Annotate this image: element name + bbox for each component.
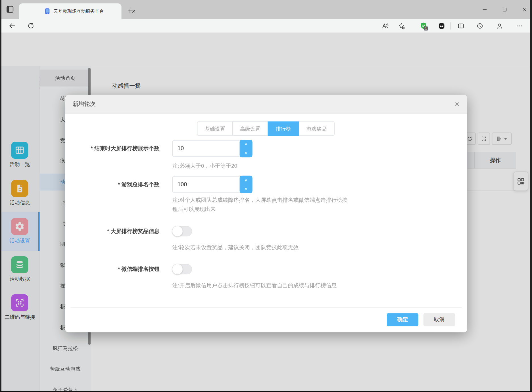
extension-icon[interactable] xyxy=(438,22,445,30)
toggle-knob xyxy=(172,264,183,274)
tab-workspaces-icon[interactable] xyxy=(5,5,14,14)
window-maximize-button[interactable] xyxy=(499,5,510,15)
number-spinner: ∧ ∨ xyxy=(239,140,252,157)
toolbar-divider xyxy=(450,22,450,30)
window-frame-bottom xyxy=(0,391,532,392)
dialog-header: 新增轮次 × xyxy=(65,95,467,114)
number-input-wrap: ∧ ∨ xyxy=(172,141,252,157)
browser-tab[interactable]: 云互动现场互动服务平台 xyxy=(19,3,122,19)
split-screen-icon[interactable] xyxy=(457,22,464,30)
browser-window: 云互动现场互动服务平台 https://hd. xyxy=(0,0,532,392)
window-close-button[interactable] xyxy=(520,5,530,15)
spinner-up-icon[interactable]: ∧ xyxy=(239,140,252,148)
dialog-tab[interactable]: 游戏奖品 xyxy=(299,121,335,136)
browser-toolbar: https://hd.yunhudong.cn/hdmanage/configd… xyxy=(0,19,532,33)
back-icon[interactable] xyxy=(9,22,16,30)
spinner-down-icon[interactable]: ∨ xyxy=(239,148,252,157)
field-note: 注:对个人或团队总成绩降序排名，大屏幕点击排名或微信端点击排行榜按钮后可以展现出… xyxy=(172,195,349,214)
cancel-button[interactable]: 取消 xyxy=(423,313,455,326)
spinner-down-icon[interactable]: ∨ xyxy=(239,185,252,193)
field-label: * 大屏排行榜奖品信息 xyxy=(72,226,159,236)
more-menu-icon[interactable] xyxy=(516,22,523,30)
dialog-tabs: 基础设置高级设置排行榜游戏奖品 xyxy=(197,121,335,136)
favorites-star-icon[interactable] xyxy=(398,22,405,30)
number-spinner: ∧ ∨ xyxy=(239,176,252,193)
new-tab-icon[interactable] xyxy=(127,8,133,14)
field-note: 注:必须大于0，小于等于20 xyxy=(172,162,237,171)
number-input-wrap: ∧ ∨ xyxy=(172,176,252,192)
dialog-close-icon[interactable]: × xyxy=(452,99,462,110)
profile-icon[interactable] xyxy=(496,22,503,30)
add-round-dialog: 新增轮次 × 基础设置高级设置排行榜游戏奖品 * 结束时大屏排行榜展示个数 ∧ … xyxy=(65,95,467,332)
field-label: * 微信端排名按钮 xyxy=(72,264,159,274)
adblock-shield-icon[interactable]: 1 xyxy=(419,22,427,30)
field-label: * 结束时大屏排行榜展示个数 xyxy=(72,141,159,157)
prize-info-toggle[interactable] xyxy=(172,226,192,236)
tab-title: 云互动现场互动服务平台 xyxy=(54,9,123,15)
favicon xyxy=(44,8,51,14)
dialog-title: 新增轮次 xyxy=(73,95,96,113)
field-note: 注:轮次若未设置奖品，建议关闭，团队竞技此项无效 xyxy=(172,243,299,252)
window-frame-left xyxy=(0,0,1,392)
field-note: 注:开启后微信用户点击排行榜按钮可以查看自己的成绩与排行榜信息 xyxy=(172,281,337,290)
shield-badge-count: 1 xyxy=(424,26,428,30)
field-label: * 游戏总排名个数 xyxy=(72,176,159,192)
window-minimize-button[interactable] xyxy=(479,5,490,15)
dialog-tab[interactable]: 基础设置 xyxy=(197,121,233,136)
dialog-tab[interactable]: 排行榜 xyxy=(268,121,299,136)
read-aloud-icon[interactable] xyxy=(382,22,389,30)
window-frame-right xyxy=(530,0,532,392)
spinner-up-icon[interactable]: ∧ xyxy=(239,176,252,185)
dialog-footer-divider xyxy=(70,307,462,307)
wechat-rank-toggle[interactable] xyxy=(172,264,192,274)
toggle-knob xyxy=(172,226,183,237)
confirm-button[interactable]: 确定 xyxy=(387,313,418,326)
refresh-icon[interactable] xyxy=(27,22,35,30)
browser-tab-strip: 云互动现场互动服务平台 xyxy=(0,0,532,19)
history-icon[interactable] xyxy=(476,22,483,30)
dialog-tab[interactable]: 高级设置 xyxy=(232,121,268,136)
